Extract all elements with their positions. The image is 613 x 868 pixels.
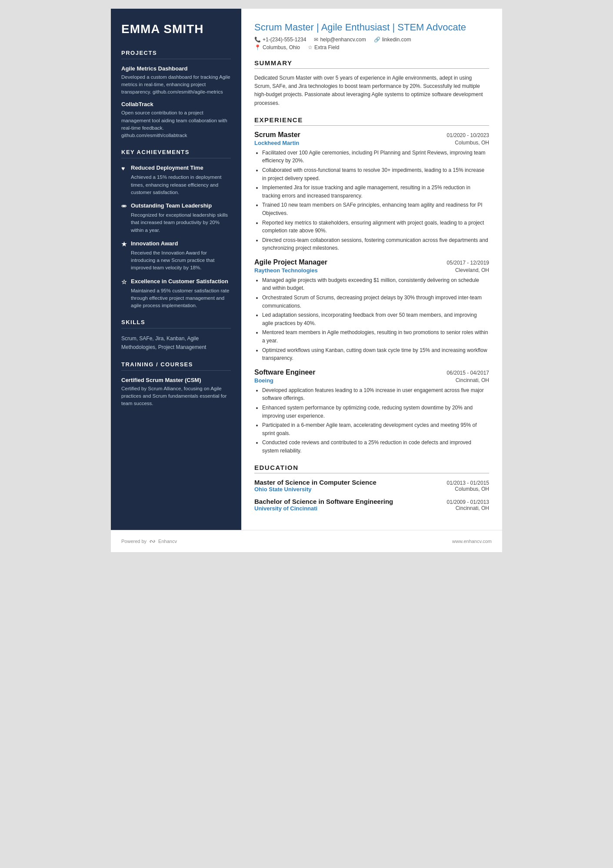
training-1-title: Certified Scrum Master (CSM) (121, 377, 231, 383)
exp-1-title: Scrum Master (254, 131, 300, 139)
training-list: Certified Scrum Master (CSM) Certified b… (121, 377, 231, 408)
training-1-desc: Certified by Scrum Alliance, focusing on… (121, 385, 231, 408)
exp-3-bullet-2: Enhanced system performance by optimizin… (262, 404, 489, 420)
contact-phone: 📞 +1-(234)-555-1234 (254, 37, 306, 43)
exp-1-bullet-5: Reported key metrics to stakeholders, en… (262, 219, 489, 235)
achievement-2: ⚮ Outstanding Team Leadership Recognized… (121, 202, 231, 234)
contact-linkedin: 🔗 linkedin.com (374, 37, 411, 43)
achievements-list: ♥ Reduced Deployment Time Achieved a 15%… (121, 164, 231, 309)
achievement-1-title: Reduced Deployment Time (131, 164, 203, 171)
contact-extra: ☆ Extra Field (308, 44, 339, 50)
contact-row: 📞 +1-(234)-555-1234 ✉ help@enhancv.com 🔗… (254, 37, 489, 43)
exp-1-location: Columbus, OH (455, 140, 489, 146)
achievement-4-desc: Maintained a 95% customer satisfaction r… (121, 287, 231, 310)
achievement-4-title: Excellence in Customer Satisfaction (131, 278, 228, 285)
exp-2-company: Raytheon Technologies (254, 267, 318, 274)
exp-3-bullet-1: Developed application features leading t… (262, 386, 489, 402)
edu-1-location: Columbus, OH (455, 486, 489, 493)
skills-section-title: SKILLS (121, 319, 231, 328)
exp-1-bullet-1: Facilitated over 100 Agile ceremonies, i… (262, 149, 489, 165)
exp-2-bullet-3: Led adaptation sessions, incorporating f… (262, 311, 489, 327)
exp-3-company: Boeing (254, 377, 273, 384)
main-content: Scrum Master | Agile Enthusiast | STEM A… (241, 9, 502, 530)
exp-3-location: Cincinnati, OH (456, 377, 489, 384)
exp-3-bullet-3: Participated in a 6-member Agile team, a… (262, 421, 489, 437)
exp-2-bullets: Managed agile projects with budgets exce… (262, 276, 489, 362)
achievement-2-title: Outstanding Team Leadership (131, 202, 212, 209)
exp-1-bullet-3: Implemented Jira for issue tracking and … (262, 184, 489, 200)
exp-2-bullet-5: Optimized workflows using Kanban, cuttin… (262, 346, 489, 362)
exp-3-bullet-4: Conducted code reviews and contributed t… (262, 439, 489, 455)
training-section-title: TRAINING / COURSES (121, 361, 231, 371)
exp-1-bullets: Facilitated over 100 Agile ceremonies, i… (262, 149, 489, 252)
contact-row-2: 📍 Columbus, Ohio ☆ Extra Field (254, 44, 489, 50)
education-section-title: EDUCATION (254, 464, 489, 473)
experience-section-title: EXPERIENCE (254, 116, 489, 126)
education-1: Master of Science in Computer Science 01… (254, 479, 489, 493)
exp-3-title: Software Engineer (254, 369, 315, 376)
edu-2-dates: 01/2009 - 01/2013 (447, 499, 489, 505)
edu-2-school: University of Cincinnati (254, 505, 317, 512)
edu-1-dates: 01/2013 - 01/2015 (447, 480, 489, 486)
enhancv-logo-icon: ∾ (149, 536, 156, 546)
achievement-3-icon: ★ (121, 241, 128, 248)
exp-2-title: Agile Project Manager (254, 258, 327, 266)
achievement-4-icon: ☆ (121, 278, 128, 285)
education-2: Bachelor of Science in Software Engineer… (254, 498, 489, 512)
experience-1: Scrum Master 01/2020 - 10/2023 Lockheed … (254, 131, 489, 252)
edu-1-degree: Master of Science in Computer Science (254, 479, 376, 486)
edu-2-location: Cincinnati, OH (456, 505, 489, 512)
contact-location: 📍 Columbus, Ohio (254, 44, 300, 50)
exp-2-dates: 05/2017 - 12/2019 (447, 260, 489, 266)
edu-2-degree: Bachelor of Science in Software Engineer… (254, 498, 393, 505)
achievement-3-desc: Received the Innovation Award for introd… (121, 249, 231, 272)
project-1-desc: Developed a custom dashboard for trackin… (121, 74, 231, 96)
projects-list: Agile Metrics Dashboard Developed a cust… (121, 65, 231, 140)
exp-2-location: Cleveland, OH (455, 267, 489, 274)
project-2-title: CollabTrack (121, 101, 231, 107)
projects-section-title: PROJECTS (121, 50, 231, 59)
exp-1-bullet-6: Directed cross-team collaboration sessio… (262, 236, 489, 252)
exp-2-bullet-4: Mentored team members in Agile methodolo… (262, 328, 489, 345)
achievement-2-desc: Recognized for exceptional leadership sk… (121, 211, 231, 234)
achievement-1: ♥ Reduced Deployment Time Achieved a 15%… (121, 164, 231, 196)
project-1: Agile Metrics Dashboard Developed a cust… (121, 65, 231, 96)
footer-powered: Powered by ∾ Enhancv (121, 536, 177, 546)
location-icon: 📍 (254, 44, 261, 50)
exp-1-bullet-2: Collaborated with cross-functional teams… (262, 166, 489, 182)
achievements-section-title: KEY ACHIEVEMENTS (121, 149, 231, 158)
phone-icon: 📞 (254, 37, 261, 43)
achievement-3-title: Innovation Award (131, 240, 178, 247)
contact-email: ✉ help@enhancv.com (314, 37, 366, 43)
summary-text: Dedicated Scrum Master with over 5 years… (254, 74, 489, 107)
experience-3: Software Engineer 06/2015 - 04/2017 Boei… (254, 369, 489, 455)
brand-name: Enhancv (158, 539, 177, 544)
skills-text: Scrum, SAFe, Jira, Kanban, Agile Methodo… (121, 335, 231, 351)
linkedin-icon: 🔗 (374, 37, 380, 43)
exp-3-bullets: Developed application features leading t… (262, 386, 489, 455)
exp-2-bullet-2: Orchestrated Scrum of Scrums, decreasing… (262, 294, 489, 310)
project-2-desc: Open source contribution to a project ma… (121, 109, 231, 139)
edu-1-school: Ohio State University (254, 486, 311, 493)
email-icon: ✉ (314, 37, 318, 43)
achievement-3: ★ Innovation Award Received the Innovati… (121, 240, 231, 272)
extra-icon: ☆ (308, 44, 313, 50)
project-2: CollabTrack Open source contribution to … (121, 101, 231, 139)
exp-1-bullet-4: Trained 10 new team members on SAFe prin… (262, 201, 489, 217)
powered-by-label: Powered by (121, 539, 147, 544)
exp-2-bullet-1: Managed agile projects with budgets exce… (262, 276, 489, 292)
candidate-name: EMMA SMITH (121, 22, 231, 37)
footer-website: www.enhancv.com (452, 539, 492, 544)
achievement-1-icon: ♥ (121, 165, 128, 172)
main-title: Scrum Master | Agile Enthusiast | STEM A… (254, 22, 489, 33)
exp-1-company: Lockheed Martin (254, 140, 299, 146)
exp-1-dates: 01/2020 - 10/2023 (447, 132, 489, 138)
achievement-4: ☆ Excellence in Customer Satisfaction Ma… (121, 278, 231, 310)
achievement-1-desc: Achieved a 15% reduction in deployment t… (121, 174, 231, 196)
footer: Powered by ∾ Enhancv www.enhancv.com (111, 530, 502, 552)
achievement-2-icon: ⚮ (121, 203, 128, 210)
project-1-title: Agile Metrics Dashboard (121, 65, 231, 72)
experience-2: Agile Project Manager 05/2017 - 12/2019 … (254, 258, 489, 362)
summary-section-title: SUMMARY (254, 59, 489, 69)
sidebar: EMMA SMITH PROJECTS Agile Metrics Dashbo… (111, 9, 241, 530)
